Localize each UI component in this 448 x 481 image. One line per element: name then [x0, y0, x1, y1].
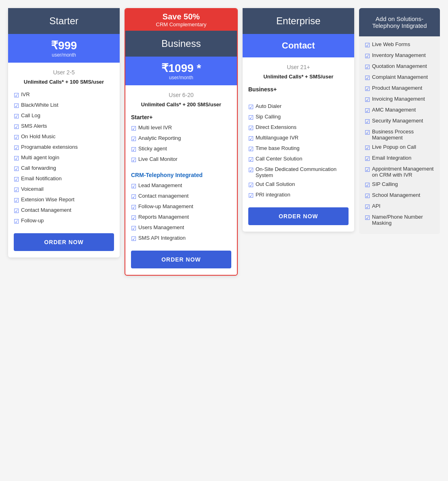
check-icon: ☑: [248, 181, 254, 189]
check-icon: ☑: [14, 123, 19, 131]
list-item: ☑Sticky agent: [131, 146, 231, 153]
business-plan-name: Business: [161, 38, 201, 49]
check-icon: ☑: [365, 42, 370, 49]
enterprise-calls: Unlimited Calls* + SMS/user: [248, 74, 349, 80]
list-item: ☑Lead Management: [131, 182, 231, 190]
business-order-button[interactable]: ORDER NOW: [131, 251, 231, 268]
starter-price-unit: user/month: [12, 52, 116, 58]
addon-feature-list: ☑Live Web Forms ☑Inventory Management ☑Q…: [365, 41, 434, 226]
list-item: ☑Quotation Management: [365, 63, 434, 71]
addon-body: ☑Live Web Forms ☑Inventory Management ☑Q…: [359, 36, 440, 234]
list-item: ☑Direct Extensions: [248, 124, 349, 132]
addon-card: Add on Solutions- Telephony Intigrated ☑…: [359, 8, 440, 234]
list-item: ☑Call Center Solution: [248, 156, 349, 163]
check-icon: ☑: [365, 203, 370, 211]
list-item: ☑Email Integration: [365, 155, 434, 162]
list-item: ☑Invoicing Management: [365, 96, 434, 103]
list-item: ☑Live Call Monitor: [131, 156, 231, 164]
list-item: ☑Inventory Management: [365, 52, 434, 60]
enterprise-plan-body: User 21+ Unlimited Calls* + SMS/user Bus…: [243, 57, 354, 232]
check-icon: ☑: [131, 183, 136, 190]
check-icon: ☑: [365, 63, 370, 71]
list-item: ☑API: [365, 203, 434, 211]
business-plan-header: Business: [125, 31, 237, 57]
list-item: ☑Sip Calling: [248, 114, 349, 121]
list-item: ☑Follow-up Management: [131, 203, 231, 211]
list-item: ☑Voicemail: [14, 186, 114, 194]
check-icon: ☑: [131, 204, 136, 211]
list-item: ☑Follow-up: [14, 217, 114, 225]
list-item: ☑SIP Calling: [365, 181, 434, 189]
list-item: ☑SMS API Integration: [131, 235, 231, 243]
check-icon: ☑: [365, 144, 370, 152]
enterprise-plan-name: Enterprise: [276, 15, 320, 26]
check-icon: ☑: [131, 214, 136, 222]
check-icon: ☑: [248, 192, 254, 199]
check-icon: ☑: [14, 155, 19, 162]
business-feature-list-after: ☑Lead Management ☑Contact management ☑Fo…: [131, 182, 231, 243]
addon-header: Add on Solutions- Telephony Intigrated: [359, 8, 440, 36]
list-item: ☑School Management: [365, 192, 434, 200]
list-item: ☑Complaint Management: [365, 74, 434, 82]
list-item: ☑Users Management: [131, 224, 231, 232]
enterprise-contact-box[interactable]: Contact: [243, 34, 354, 57]
check-icon: ☑: [14, 102, 19, 110]
list-item: ☑Live Web Forms: [365, 41, 434, 49]
addon-header-text: Add on Solutions- Telephony Intigrated: [372, 15, 427, 29]
business-price-unit: user/month: [129, 75, 233, 80]
list-item: ☑Appointment Management on CRM with IVR: [365, 166, 434, 178]
check-icon: ☑: [365, 85, 370, 93]
list-item: ☑Multi level IVR: [131, 124, 231, 132]
check-icon: ☑: [131, 225, 136, 232]
business-users: User 6-20: [131, 92, 231, 98]
starter-plan-body: User 2-5 Unlimited Calls* + 100 SMS/user…: [8, 63, 120, 257]
list-item: ☑Call forwarding: [14, 165, 114, 173]
business-plan-card: Save 50% CRM Complementary Business ₹109…: [125, 8, 238, 276]
list-item: ☑AMC Management: [365, 107, 434, 114]
check-icon: ☑: [14, 92, 19, 99]
check-icon: ☑: [131, 193, 136, 200]
list-item: ☑Programable extensions: [14, 144, 114, 152]
list-item: ☑Auto Dialer: [248, 103, 349, 111]
check-icon: ☑: [365, 53, 370, 60]
check-icon: ☑: [248, 167, 254, 174]
starter-plan-header: Starter: [8, 8, 120, 34]
check-icon: ☑: [365, 118, 370, 125]
enterprise-order-button[interactable]: ORDER NOW: [248, 207, 349, 225]
check-icon: ☑: [248, 135, 254, 142]
list-item: ☑Call Log: [14, 112, 114, 120]
starter-price-amount: ₹999: [12, 39, 116, 52]
check-icon: ☑: [248, 156, 254, 163]
starter-order-button[interactable]: ORDER NOW: [14, 233, 114, 251]
check-icon: ☑: [14, 218, 19, 225]
check-icon: ☑: [365, 129, 370, 136]
list-item: ☑Time base Routing: [248, 145, 349, 153]
business-calls: Unlimited Calls* + 200 SMS/user: [131, 101, 231, 108]
list-item: ☑Live Popup on Call: [365, 144, 434, 152]
list-item: ☑IVR: [14, 91, 114, 99]
list-item: ☑PRI integration: [248, 192, 349, 199]
list-item: ☑On Hold Music: [14, 133, 114, 141]
list-item: ☑Multi agent login: [14, 154, 114, 162]
check-icon: ☑: [365, 214, 370, 222]
badge-subtitle: CRM Complementary: [128, 21, 235, 27]
starter-plan-name: Starter: [49, 15, 78, 26]
list-item: ☑Analytic Reporting: [131, 135, 231, 143]
check-icon: ☑: [248, 124, 254, 132]
check-icon: ☑: [14, 113, 19, 120]
list-item: ☑On-Site Dedicated Communication System: [248, 166, 349, 178]
check-icon: ☑: [131, 235, 136, 243]
list-item: ☑Email Notification: [14, 175, 114, 183]
check-icon: ☑: [131, 156, 136, 164]
check-icon: ☑: [14, 165, 19, 173]
list-item: ☑Multilanguage IVR: [248, 135, 349, 142]
check-icon: ☑: [14, 176, 19, 183]
check-icon: ☑: [14, 186, 19, 194]
list-item: ☑Extension Wise Report: [14, 196, 114, 204]
check-icon: ☑: [365, 155, 370, 162]
check-icon: ☑: [14, 197, 19, 204]
check-icon: ☑: [248, 103, 254, 111]
check-icon: ☑: [365, 192, 370, 200]
enterprise-plan-card: Enterprise Contact User 21+ Unlimited Ca…: [243, 8, 354, 232]
list-item: ☑Reports Management: [131, 214, 231, 222]
